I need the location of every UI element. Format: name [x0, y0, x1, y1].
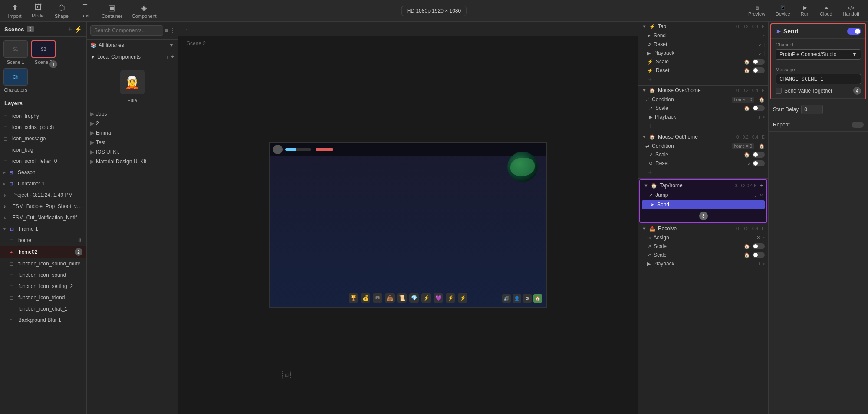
canvas-forward-button[interactable]: → [197, 24, 208, 33]
layer-item-message[interactable]: ◻ icon_message [0, 133, 86, 144]
send-value-checkbox[interactable] [776, 88, 782, 94]
comp-group-2[interactable]: ▶ 2 [87, 119, 178, 128]
layer-item-home02[interactable]: ● home02 2 [0, 246, 86, 258]
add-tap-response-button[interactable]: + [638, 75, 768, 85]
add-mout-response-button[interactable]: + [638, 168, 768, 178]
response-reset-2[interactable]: ⚡ Reset 🏠 [638, 66, 768, 75]
response-send-home[interactable]: ➤ Send + [642, 200, 765, 209]
repeat-toggle[interactable] [852, 122, 864, 128]
add-mo-response-button[interactable]: + [638, 121, 768, 132]
comp-group-jubs[interactable]: ▶ Jubs [87, 109, 178, 119]
response-reset-1[interactable]: ↺ Reset ♪ | [638, 40, 768, 49]
prop-enable-toggle[interactable] [847, 28, 861, 35]
layer-item-scroll[interactable]: ◻ icon_scroll_letter_0 [0, 156, 86, 167]
response-reset-mout[interactable]: ↺ Reset ♪ [638, 159, 768, 168]
comp-group-material[interactable]: ▶ Material Design UI Kit [87, 157, 178, 166]
trigger-tap-home-header[interactable]: ▼ 🏠 Tap/home 0. 0.2 0.4 E + [640, 180, 766, 191]
layer-item-friend[interactable]: ◻ function_icon_friend [0, 292, 86, 303]
add-component-icon[interactable]: + [171, 54, 174, 60]
toggle-scale-mo[interactable] [753, 105, 765, 111]
layer-item-container1[interactable]: ▶ ⊞ Container 1 [0, 178, 86, 189]
scenes-add-button[interactable]: + [68, 25, 72, 33]
response-playback-recv[interactable]: ▶ Playback ♪ • [638, 259, 768, 268]
toggle-scale-recv-1[interactable] [753, 243, 765, 249]
toggle-reset-2[interactable] [753, 67, 765, 73]
layer-item-project[interactable]: ♪ Project - 3:11:24, 1.49 PM [0, 189, 86, 201]
layer-item-esm2[interactable]: ♪ ESM_Cut_Notification_Notificat... [0, 212, 86, 223]
channel-select[interactable]: ProtoPie Connect/Studio ▼ [776, 49, 861, 60]
eula-label: Eula [127, 98, 137, 103]
response-scale-mo[interactable]: ↗ Scale 🏠 [638, 104, 768, 113]
layer-item-setting[interactable]: ◻ function_icon_setting_2 [0, 281, 86, 292]
list-view-icon[interactable]: ≡ [165, 27, 168, 33]
response-scale-mout[interactable]: ↗ Scale 🏠 [638, 150, 768, 159]
layer-item-blur[interactable]: ○ Background Blur 1 [0, 315, 86, 326]
cloud-button[interactable]: ☁ Cloud [815, 3, 837, 18]
response-scale-recv-1[interactable]: ↗ Scale 🏠 [638, 242, 768, 251]
response-scale-1[interactable]: ⚡ Scale 🏠 [638, 57, 768, 66]
playback-icon-1: ▶ [647, 50, 651, 56]
container-icon: ▣ [108, 3, 115, 13]
import-button[interactable]: ⬆ Import [4, 1, 25, 20]
toggle-reset-mout[interactable] [753, 160, 765, 166]
trigger-mouse-out-header[interactable]: ▼ 🏠 Mouse Out/home 0 0.2 0.4 E [638, 132, 768, 142]
layer-item-bag[interactable]: ◻ icon_bag [0, 144, 86, 156]
scale-icon-mout: ↗ [649, 152, 653, 158]
toggle-scale-mout[interactable] [753, 152, 765, 158]
layer-item-trophy[interactable]: ◻ icon_trophy [0, 110, 86, 122]
add-taphome-response-inline[interactable]: + [760, 182, 763, 189]
container-button[interactable]: ▣ Container [98, 1, 126, 20]
trigger-tap-header[interactable]: ▼ ⚡ Tap 0 0.2 0.4 E [638, 22, 768, 31]
layer-icon-message: ◻ [3, 136, 10, 142]
response-send[interactable]: ➤ Send • [638, 31, 768, 40]
scene-item-characters[interactable]: Ch Characters [3, 68, 28, 93]
layer-item-home[interactable]: ◻ home 👁 [0, 235, 86, 246]
text-icon: T [83, 3, 88, 12]
trigger-mouse-over-header[interactable]: ▼ 🏠 Mouse Over/home 0 0.2 0.4 E [638, 86, 768, 95]
canvas-globe [507, 152, 538, 182]
preview-button[interactable]: 🖥 Preview [744, 3, 769, 18]
layer-item-esm1[interactable]: ♪ ESM_Bubble_Pop_Shoot_v2_Ga... [0, 201, 86, 212]
trigger-receive-header[interactable]: ▼ 📥 Receive 0 0.2 0.4 E [638, 224, 768, 233]
device-button[interactable]: 📱 Device [771, 3, 795, 18]
response-playback-mo[interactable]: ▶ Playback ♪ • [638, 113, 768, 121]
run-button[interactable]: ▶ Run [796, 3, 814, 18]
resolution-display[interactable]: HD 1080p 1920 × 1080 [401, 6, 467, 16]
response-playback-1[interactable]: ▶ Playback ♪ | [638, 49, 768, 57]
comp-group-emma[interactable]: ▶ Emma [87, 128, 178, 138]
grid-view-icon[interactable]: ⋮ [170, 27, 175, 33]
toolbar: ⬆ Import 🖼 Media ⬡ Shape T Text ▣ Contai… [0, 0, 868, 22]
response-jump[interactable]: ↗ Jump ♪ ✕ [640, 191, 766, 199]
start-delay-input[interactable] [801, 105, 823, 114]
scene-item-1[interactable]: S1 Scene 1 [3, 40, 28, 65]
toggle-scale-recv-2[interactable] [753, 252, 765, 258]
components-panel: ≡ ⋮ 📚 All libraries ▼ ▼ Local Components… [87, 22, 178, 414]
search-input[interactable] [90, 25, 163, 36]
component-button[interactable]: ◈ Component [128, 1, 160, 20]
shape-button[interactable]: ⬡ Shape [51, 1, 72, 20]
handoff-button[interactable]: </> Handoff [838, 3, 864, 18]
layer-item-coins[interactable]: ◻ icon_coins_pouch [0, 122, 86, 133]
canvas-back-button[interactable]: ← [182, 24, 194, 33]
layer-item-sound[interactable]: ◻ function_icon_sound [0, 269, 86, 281]
layer-item-chat[interactable]: ◻ function_icon_chat_1 [0, 303, 86, 315]
all-libraries-button[interactable]: 📚 All libraries ▼ [87, 40, 178, 51]
response-scale-mout-label: Scale [655, 152, 741, 158]
scene-item-2[interactable]: S2 Scene 2 1 [31, 40, 56, 65]
response-assign[interactable]: fx Assign ✕ • [638, 233, 768, 242]
collapse-mo-icon: ▼ [642, 88, 647, 93]
scene-thumb-1: S1 [3, 40, 28, 58]
message-input[interactable]: CHANGE_SCENE_1 [776, 74, 861, 84]
layer-item-sound-mute[interactable]: ◻ function_icon_sound_mute [0, 258, 86, 269]
response-scale-recv-2[interactable]: ↗ Scale 🏠 [638, 251, 768, 259]
toggle-scale-1[interactable] [753, 59, 765, 65]
eula-component[interactable]: 🧝 Eula [87, 63, 178, 109]
canvas-container[interactable]: Scene 2 [178, 36, 638, 414]
comp-group-ios[interactable]: ▶ IOS UI Kit [87, 147, 178, 157]
sort-icon[interactable]: ↑ [166, 54, 168, 60]
text-button[interactable]: T Text [75, 1, 95, 20]
layer-item-frame1[interactable]: ▼ ⊞ Frame 1 [0, 223, 86, 235]
comp-group-test[interactable]: ▶ Test [87, 138, 178, 147]
layer-item-season[interactable]: ▶ ⊞ Season [0, 167, 86, 178]
media-button[interactable]: 🖼 Media [28, 1, 49, 20]
